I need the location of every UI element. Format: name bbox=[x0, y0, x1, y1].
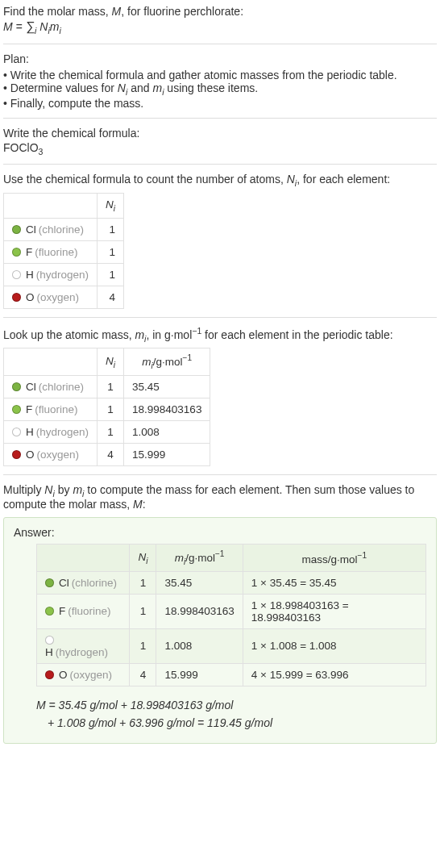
mass-table: Ni mi/g·mol−1 Cl(chlorine) 1 35.45 F(flu… bbox=[3, 348, 210, 465]
mass-cell: 4 × 15.999 = 63.996 bbox=[243, 663, 425, 686]
intro-formula: M = ∑i Nimi bbox=[3, 19, 437, 35]
plan-item: • Finally, compute the mass. bbox=[3, 97, 437, 110]
element-cell: O(oxygen) bbox=[4, 443, 98, 465]
blank-header bbox=[4, 194, 98, 219]
element-swatch bbox=[45, 607, 54, 616]
mass-header: mass/g·mol−1 bbox=[243, 545, 425, 571]
m-header: mi/g·mol−1 bbox=[124, 348, 210, 375]
chem-formula: FOClO3 bbox=[3, 141, 437, 156]
element-swatch bbox=[45, 578, 54, 587]
plan-item: • Write the chemical formula and gather … bbox=[3, 69, 437, 81]
mass-cell: 1 × 35.45 = 35.45 bbox=[243, 571, 425, 594]
plan-list: • Write the chemical formula and gather … bbox=[3, 69, 437, 110]
plan-section: Plan: • Write the chemical formula and g… bbox=[3, 52, 437, 110]
n-cell: 1 bbox=[98, 240, 124, 263]
multiply-heading: Multiply Ni by mi to compute the mass fo… bbox=[3, 483, 437, 511]
m-cell: 35.45 bbox=[156, 571, 243, 594]
element-cell: H(hydrogen) bbox=[4, 420, 98, 443]
mass-section: Look up the atomic mass, mi, in g·mol−1 … bbox=[3, 326, 437, 466]
chem-formula-section: Write the chemical formula: FOClO3 bbox=[3, 127, 437, 156]
n-cell: 4 bbox=[98, 443, 124, 465]
table-row: O(oxygen) 4 15.999 4 × 15.999 = 63.996 bbox=[37, 663, 426, 686]
intro-line: Find the molar mass, M, for fluorine per… bbox=[3, 5, 437, 18]
m-cell: 1.008 bbox=[124, 420, 210, 443]
table-row: H(hydrogen) 1 bbox=[4, 263, 124, 286]
n-cell: 1 bbox=[130, 628, 156, 663]
n-cell: 1 bbox=[98, 375, 124, 398]
divider bbox=[3, 164, 437, 165]
count-table: Ni Cl(chlorine) 1 F(fluorine) 1 H(hydrog… bbox=[3, 193, 124, 309]
final-line-1: M = 35.45 g/mol + 18.998403163 g/mol bbox=[36, 696, 426, 714]
n-cell: 1 bbox=[98, 420, 124, 443]
element-cell: F(fluorine) bbox=[37, 594, 130, 628]
table-row: Cl(chlorine) 1 35.45 bbox=[4, 375, 210, 398]
answer-box: Answer: Ni mi/g·mol−1 mass/g·mol−1 Cl(ch… bbox=[3, 517, 437, 744]
n-cell: 4 bbox=[130, 663, 156, 686]
table-header-row: Ni mi/g·mol−1 mass/g·mol−1 bbox=[37, 545, 426, 571]
divider bbox=[3, 44, 437, 44]
element-swatch bbox=[12, 450, 21, 459]
count-section: Use the chemical formula to count the nu… bbox=[3, 173, 437, 308]
element-cell: H(hydrogen) bbox=[37, 628, 130, 663]
answer-title: Answer: bbox=[14, 526, 426, 539]
blank-header bbox=[37, 545, 130, 571]
element-cell: Cl(chlorine) bbox=[4, 375, 98, 398]
divider bbox=[3, 474, 437, 475]
table-row: F(fluorine) 1 18.998403163 bbox=[4, 398, 210, 420]
plan-item: • Determine values for Ni and mi using t… bbox=[3, 81, 437, 97]
table-row: O(oxygen) 4 bbox=[4, 286, 124, 308]
final-line-2: + 1.008 g/mol + 63.996 g/mol = 119.45 g/… bbox=[48, 714, 426, 732]
divider bbox=[3, 118, 437, 119]
table-header-row: Ni bbox=[4, 194, 124, 219]
m-cell: 35.45 bbox=[124, 375, 210, 398]
count-heading: Use the chemical formula to count the nu… bbox=[3, 173, 437, 188]
m-cell: 15.999 bbox=[124, 443, 210, 465]
element-cell: H(hydrogen) bbox=[4, 263, 98, 286]
element-cell: F(fluorine) bbox=[4, 240, 98, 263]
multiply-section: Multiply Ni by mi to compute the mass fo… bbox=[3, 483, 437, 511]
element-cell: O(oxygen) bbox=[4, 286, 98, 308]
element-swatch bbox=[45, 636, 54, 645]
element-cell: Cl(chlorine) bbox=[37, 571, 130, 594]
m-cell: 18.998403163 bbox=[124, 398, 210, 420]
intro-section: Find the molar mass, M, for fluorine per… bbox=[3, 5, 437, 35]
table-row: F(fluorine) 1 18.998403163 1 × 18.998403… bbox=[37, 594, 426, 628]
table-header-row: Ni mi/g·mol−1 bbox=[4, 348, 210, 375]
element-cell: O(oxygen) bbox=[37, 663, 130, 686]
table-row: Cl(chlorine) 1 bbox=[4, 218, 124, 240]
final-equation: M = 35.45 g/mol + 18.998403163 g/mol + 1… bbox=[36, 696, 426, 732]
n-cell: 1 bbox=[98, 398, 124, 420]
chem-formula-heading: Write the chemical formula: bbox=[3, 127, 437, 140]
table-row: H(hydrogen) 1 1.008 bbox=[4, 420, 210, 443]
table-row: H(hydrogen) 1 1.008 1 × 1.008 = 1.008 bbox=[37, 628, 426, 663]
blank-header bbox=[4, 348, 98, 375]
element-swatch bbox=[12, 293, 21, 302]
plan-heading: Plan: bbox=[3, 52, 437, 65]
element-swatch bbox=[12, 382, 21, 391]
n-cell: 1 bbox=[98, 263, 124, 286]
n-cell: 1 bbox=[130, 571, 156, 594]
m-header: mi/g·mol−1 bbox=[156, 545, 243, 571]
m-cell: 18.998403163 bbox=[156, 594, 243, 628]
element-swatch bbox=[12, 428, 21, 436]
table-row: O(oxygen) 4 15.999 bbox=[4, 443, 210, 465]
n-cell: 4 bbox=[98, 286, 124, 308]
element-swatch bbox=[12, 270, 21, 279]
answer-table: Ni mi/g·mol−1 mass/g·mol−1 Cl(chlorine) … bbox=[36, 544, 426, 686]
table-row: F(fluorine) 1 bbox=[4, 240, 124, 263]
mass-cell: 1 × 1.008 = 1.008 bbox=[243, 628, 425, 663]
element-cell: Cl(chlorine) bbox=[4, 218, 98, 240]
n-header: Ni bbox=[130, 545, 156, 571]
n-cell: 1 bbox=[98, 218, 124, 240]
m-cell: 15.999 bbox=[156, 663, 243, 686]
element-swatch bbox=[12, 405, 21, 414]
n-cell: 1 bbox=[130, 594, 156, 628]
mass-heading: Look up the atomic mass, mi, in g·mol−1 … bbox=[3, 326, 437, 343]
element-cell: F(fluorine) bbox=[4, 398, 98, 420]
element-swatch bbox=[45, 670, 54, 679]
mass-cell: 1 × 18.998403163 = 18.998403163 bbox=[243, 594, 425, 628]
divider bbox=[3, 317, 437, 318]
m-cell: 1.008 bbox=[156, 628, 243, 663]
n-header: Ni bbox=[98, 194, 124, 219]
table-row: Cl(chlorine) 1 35.45 1 × 35.45 = 35.45 bbox=[37, 571, 426, 594]
